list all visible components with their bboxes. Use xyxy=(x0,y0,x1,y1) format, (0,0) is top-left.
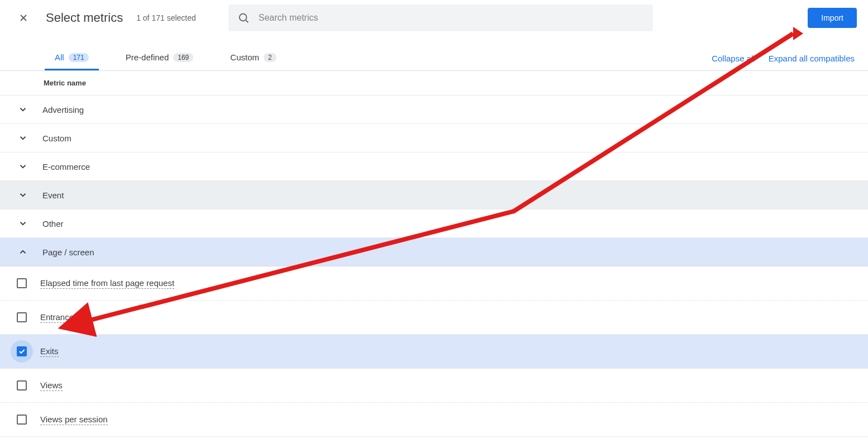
metric-row-views-per-session[interactable]: Views per session xyxy=(0,403,868,437)
expand-all-button[interactable]: Expand all compatibles xyxy=(769,54,855,63)
checkbox[interactable] xyxy=(17,278,27,288)
checkbox[interactable] xyxy=(17,346,27,356)
checkbox[interactable] xyxy=(17,312,27,322)
tab-label: All xyxy=(55,53,64,62)
group-label: Custom xyxy=(42,134,71,143)
tab-label: Custom xyxy=(230,53,259,62)
checkbox[interactable] xyxy=(17,415,27,425)
metric-row-elapsed[interactable]: Elapsed time from last page request xyxy=(0,266,868,301)
tab-all[interactable]: All 171 xyxy=(45,46,99,70)
import-button[interactable]: Import xyxy=(808,8,857,28)
selection-count: 1 of 171 selected xyxy=(136,13,196,22)
group-label: Page / screen xyxy=(42,247,94,257)
checkbox-container xyxy=(11,306,33,328)
group-label: Other xyxy=(42,219,64,228)
group-label: Advertising xyxy=(42,105,84,115)
tab-bar: All 171 Pre-defined 169 Custom 2 Collaps… xyxy=(0,46,868,71)
svg-point-0 xyxy=(239,14,246,21)
search-input[interactable] xyxy=(259,13,644,23)
column-header-name: Metric name xyxy=(0,71,868,96)
chevron-up-icon xyxy=(17,246,29,258)
tab-badge: 2 xyxy=(264,53,276,62)
metric-label: Elapsed time from last page request xyxy=(40,278,174,289)
metric-row-entrances[interactable]: Entrances xyxy=(0,301,868,335)
chevron-down-icon xyxy=(17,132,29,144)
group-advertising[interactable]: Advertising xyxy=(0,96,868,124)
group-page-screen[interactable]: Page / screen xyxy=(0,238,868,266)
tab-actions: Collapse all Expand all compatibles xyxy=(712,54,857,63)
tab-badge: 169 xyxy=(173,53,193,62)
group-event[interactable]: Event xyxy=(0,181,868,209)
group-custom[interactable]: Custom xyxy=(0,124,868,153)
metric-label: Views per session xyxy=(40,415,108,425)
close-button[interactable] xyxy=(17,11,30,25)
metric-label: Entrances xyxy=(40,312,78,323)
dialog-header: Select metrics 1 of 171 selected Import xyxy=(0,0,868,36)
metric-label: Exits xyxy=(40,346,59,357)
dialog-title: Select metrics xyxy=(46,11,123,25)
metric-label: Views xyxy=(40,380,63,391)
checkbox-container xyxy=(11,408,33,431)
tab-custom[interactable]: Custom 2 xyxy=(220,46,286,70)
checkbox[interactable] xyxy=(17,380,27,390)
search-container xyxy=(228,4,653,31)
tab-badge: 171 xyxy=(69,53,89,62)
tab-predefined[interactable]: Pre-defined 169 xyxy=(116,46,204,70)
metric-row-views[interactable]: Views xyxy=(0,369,868,403)
tab-label: Pre-defined xyxy=(126,53,169,62)
chevron-down-icon xyxy=(17,160,29,173)
group-label: Event xyxy=(42,190,64,200)
checkbox-container xyxy=(11,340,33,363)
group-ecommerce[interactable]: E-commerce xyxy=(0,153,868,181)
checkbox-container xyxy=(11,272,33,294)
chevron-down-icon xyxy=(17,217,29,230)
chevron-down-icon xyxy=(17,103,29,116)
metric-row-exits[interactable]: Exits xyxy=(0,335,868,369)
collapse-all-button[interactable]: Collapse all xyxy=(712,54,755,63)
close-icon xyxy=(18,12,29,23)
group-label: E-commerce xyxy=(42,162,90,172)
metric-row-views-per-user[interactable]: Views per user xyxy=(0,437,868,443)
chevron-down-icon xyxy=(17,189,29,201)
checkbox-container xyxy=(11,374,33,397)
search-icon xyxy=(237,12,250,24)
group-other[interactable]: Other xyxy=(0,209,868,238)
check-icon xyxy=(18,347,26,355)
